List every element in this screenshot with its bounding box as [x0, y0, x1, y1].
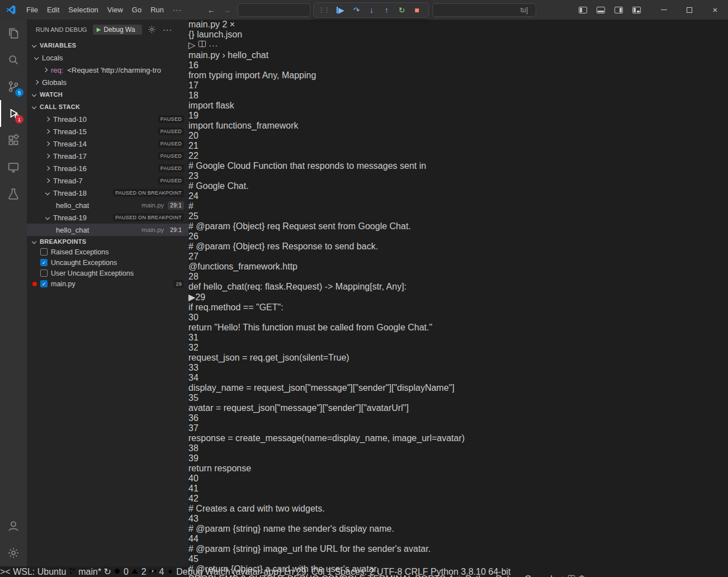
variables-section-header[interactable]: VARIABLES: [27, 39, 188, 51]
code-line[interactable]: 33: [188, 363, 728, 373]
menu-selection[interactable]: Selection: [64, 4, 102, 16]
minimize-button[interactable]: [651, 0, 677, 20]
tab-main-py[interactable]: main.py 2 ×: [188, 20, 728, 30]
gutter[interactable]: 19: [188, 111, 728, 121]
gutter[interactable]: 22: [188, 151, 728, 161]
gutter[interactable]: 30: [188, 313, 728, 323]
source-control-icon[interactable]: 5: [0, 73, 27, 100]
stack-frame-row[interactable]: hello_chatmain.py29:1: [27, 199, 188, 211]
split-editor-icon[interactable]: [198, 40, 209, 50]
thread-row[interactable]: Thread-15PAUSED: [27, 125, 188, 138]
gutter[interactable]: 33: [188, 363, 728, 373]
gutter[interactable]: 43: [188, 514, 728, 524]
problems-indicator[interactable]: 0 2: [114, 567, 149, 576]
gutter[interactable]: 27: [188, 252, 728, 262]
thread-row[interactable]: Thread-16PAUSED: [27, 162, 188, 174]
code-line[interactable]: 26# @param {Object} res Response to send…: [188, 231, 728, 252]
gutter[interactable]: 28: [188, 272, 728, 282]
breakpoint-row[interactable]: ✓Uncaught Exceptions: [27, 257, 188, 268]
code-line[interactable]: 44# @param {string} image_url the URL fo…: [188, 534, 728, 554]
thread-row[interactable]: Thread-10PAUSED: [27, 113, 188, 125]
code-line[interactable]: 36: [188, 413, 728, 423]
checkbox[interactable]: [40, 248, 48, 256]
thread-row[interactable]: Thread-18PAUSED ON BREAKPOINT: [27, 187, 188, 199]
gutter[interactable]: 45: [188, 554, 728, 564]
checkbox[interactable]: [40, 269, 48, 277]
gutter[interactable]: 20: [188, 131, 728, 141]
cursor-position[interactable]: Ln 29, Col 1: [284, 567, 332, 576]
editor-more-actions-icon[interactable]: ···: [209, 41, 218, 50]
breadcrumb-file[interactable]: main.py: [188, 50, 220, 60]
gear-icon[interactable]: [146, 24, 158, 35]
gutter[interactable]: 31: [188, 333, 728, 343]
code-line[interactable]: 31: [188, 333, 728, 343]
settings-gear-icon[interactable]: [0, 540, 27, 566]
start-debugging-icon[interactable]: ▶: [97, 26, 101, 32]
gutter[interactable]: 44: [188, 534, 728, 544]
remote-explorer-icon[interactable]: [0, 154, 27, 181]
breakpoint-row[interactable]: Raised Exceptions: [27, 247, 188, 257]
code-line[interactable]: 40: [188, 474, 728, 484]
gutter[interactable]: 38: [188, 443, 728, 453]
code-line[interactable]: 37 response = create_message(name=displa…: [188, 423, 728, 443]
thread-row[interactable]: Thread-19PAUSED ON BREAKPOINT: [27, 211, 188, 224]
editor-pane[interactable]: 16from typing import Any, Mapping1718imp…: [188, 60, 728, 574]
code-line[interactable]: 32 request_json = req.get_json(silent=Tr…: [188, 343, 728, 363]
code-line[interactable]: 38: [188, 443, 728, 453]
code-line[interactable]: 42# Creates a card with two widgets.: [188, 494, 728, 514]
code-line[interactable]: 23# Google Chat.: [188, 171, 728, 191]
tab-launch-json[interactable]: {} launch.json: [188, 30, 728, 40]
toggle-secondary-sidebar-icon[interactable]: [614, 7, 623, 13]
gutter[interactable]: 37: [188, 423, 728, 433]
code-line[interactable]: 30 return "Hello! This function must be …: [188, 313, 728, 333]
close-tab-icon[interactable]: ×: [230, 20, 235, 29]
code-line[interactable]: 34 display_name = request_json["message"…: [188, 373, 728, 393]
gutter[interactable]: 17: [188, 81, 728, 91]
menu-run[interactable]: Run: [146, 4, 168, 16]
branch-indicator[interactable]: main* ↻: [69, 567, 114, 576]
breakpoint-row[interactable]: ✓main.py29: [27, 278, 188, 289]
toggle-panel-icon[interactable]: [597, 7, 605, 13]
gutter[interactable]: 32: [188, 343, 728, 353]
gutter[interactable]: 21: [188, 141, 728, 151]
search-icon[interactable]: [0, 46, 27, 73]
thread-row[interactable]: Thread-17PAUSED: [27, 150, 188, 162]
step-over-button[interactable]: ↷: [349, 3, 364, 17]
restart-button[interactable]: ↻: [394, 3, 409, 17]
command-center-search[interactable]: [238, 3, 310, 17]
gutter[interactable]: 41: [188, 484, 728, 494]
breadcrumb-symbol[interactable]: hello_chat: [228, 50, 268, 60]
watch-section-header[interactable]: WATCH: [27, 88, 188, 101]
code-line[interactable]: 28def hello_chat(req: flask.Request) -> …: [188, 272, 728, 292]
customize-layout-icon[interactable]: [632, 7, 641, 13]
globals-row[interactable]: Globals: [27, 76, 188, 88]
code-line[interactable]: 21: [188, 141, 728, 151]
run-python-file-icon[interactable]: ▷: [188, 40, 195, 50]
code-line[interactable]: 25# @param {Object} req Request sent fro…: [188, 211, 728, 231]
code-line[interactable]: ▶29 if req.method == "GET":: [188, 292, 728, 313]
gutter[interactable]: 26: [188, 231, 728, 242]
accounts-icon[interactable]: [0, 513, 27, 540]
code-line[interactable]: 17: [188, 81, 728, 91]
code-line[interactable]: 18import flask: [188, 91, 728, 111]
menu-go[interactable]: Go: [127, 4, 146, 16]
breakpoint-row[interactable]: User Uncaught Exceptions: [27, 268, 188, 278]
debug-config-dropdown[interactable]: ▶ Debug Wa: [93, 25, 142, 35]
gutter[interactable]: 42: [188, 494, 728, 504]
eol-sequence[interactable]: CRLF: [405, 567, 428, 576]
code-line[interactable]: 35 avatar = request_json["message"]["sen…: [188, 393, 728, 413]
gutter[interactable]: 16: [188, 60, 728, 70]
step-out-button[interactable]: ↑: [379, 3, 394, 17]
gutter[interactable]: 40: [188, 474, 728, 484]
code-line[interactable]: 19import functions_framework: [188, 111, 728, 131]
menu-view[interactable]: View: [103, 4, 127, 16]
gutter[interactable]: 23: [188, 171, 728, 181]
variable-req-row[interactable]: req: <Request 'http://charming-tro: [27, 64, 188, 76]
testing-icon[interactable]: [0, 181, 27, 207]
code-line[interactable]: 20: [188, 131, 728, 141]
code-line[interactable]: 41: [188, 484, 728, 494]
indentation[interactable]: Spaces: 2: [334, 567, 374, 576]
checkbox[interactable]: ✓: [40, 280, 48, 287]
python-interpreter[interactable]: 3.8.10 64-bit: [461, 567, 510, 576]
ports-indicator[interactable]: 4: [149, 567, 167, 576]
